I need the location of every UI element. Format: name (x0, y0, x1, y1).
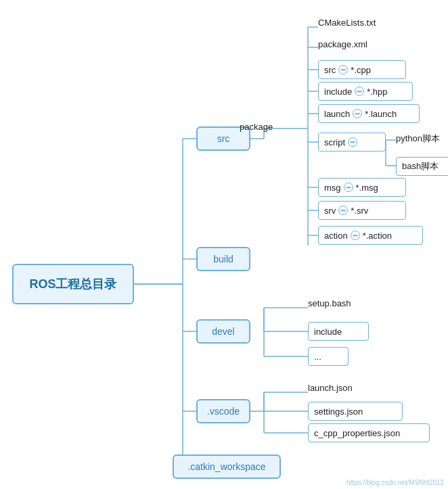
msg-leaf: msg *.msg (318, 178, 406, 197)
build-label: build (213, 254, 233, 264)
cmakelists-leaf: CMakeLists.txt (318, 18, 376, 28)
src-minus-icon (338, 65, 348, 74)
bash-leaf: bash脚本 (396, 157, 448, 176)
catkin-node: .catkin_workspace (173, 455, 281, 479)
srv-minus-icon (338, 206, 348, 215)
build-node: build (196, 247, 250, 271)
src-label: src (217, 133, 230, 144)
python-leaf: python脚本 (396, 133, 440, 145)
devel-include-leaf: include (308, 322, 369, 341)
msg-minus-icon (344, 183, 353, 192)
settings-json-leaf: settings.json (308, 402, 403, 421)
script-leaf: script (318, 133, 386, 152)
vscode-node: .vscode (196, 399, 250, 423)
srv-leaf: srv *.srv (318, 201, 406, 220)
root-node: ROS工程总目录 (12, 264, 134, 304)
action-leaf: action *.action (318, 226, 423, 245)
cpp-properties-leaf: c_cpp_properties.json (308, 423, 430, 442)
packagexml-leaf: package.xml (318, 39, 367, 49)
include-minus-icon (355, 87, 364, 96)
root-label: ROS工程总目录 (29, 276, 116, 292)
devel-dots-leaf: ... (308, 347, 349, 366)
vscode-label: .vscode (207, 406, 240, 417)
launch-leaf: launch *.launch (318, 104, 420, 123)
src-cpp-leaf: src *.cpp (318, 60, 406, 79)
launch-json-leaf: launch.json (308, 383, 353, 393)
catkin-label: .catkin_workspace (187, 461, 265, 472)
devel-node: devel (196, 319, 250, 344)
devel-label: devel (212, 326, 234, 337)
watermark: https://blog.csdn.net/MSNH2012 (346, 479, 444, 486)
action-minus-icon (351, 231, 360, 240)
launch-minus-icon (353, 109, 362, 118)
script-minus-icon (348, 137, 357, 147)
setup-leaf: setup.bash (308, 298, 351, 308)
package-label: package (240, 122, 273, 132)
include-hpp-leaf: include *.hpp (318, 82, 413, 101)
